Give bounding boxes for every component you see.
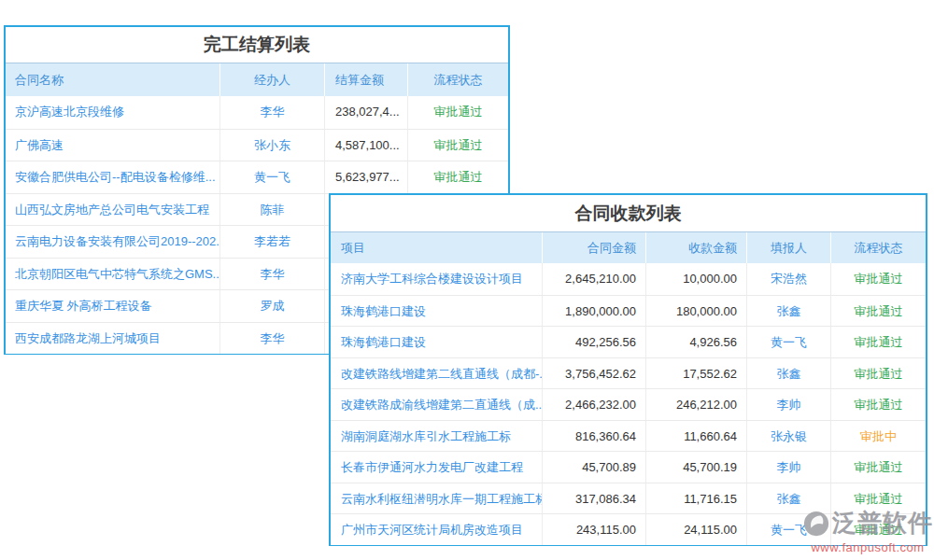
settlement-amount-cell: 238,027,4... — [325, 96, 408, 129]
receipt-list-panel: 合同收款列表 项目合同金额收款金额填报人流程状态 济南大学工科综合楼建设设计项目… — [329, 193, 927, 546]
handler-cell: 李华 — [220, 323, 325, 355]
table-row[interactable]: 京沪高速北京段维修李华238,027,4...审批通过 — [6, 96, 508, 129]
contract-amount-cell: 3,756,452.62 — [543, 358, 646, 389]
reporter-cell: 李帅 — [747, 389, 831, 420]
project-cell[interactable]: 珠海鹤港口建设 — [331, 296, 543, 327]
process-status-cell: 审批通过 — [831, 483, 926, 514]
reporter-cell: 宋浩然 — [747, 263, 831, 295]
column-header-reporter: 填报人 — [747, 232, 831, 263]
process-status-cell: 审批中 — [831, 421, 926, 452]
column-header-process-status: 流程状态 — [831, 232, 926, 263]
process-status-cell: 审批通过 — [831, 358, 926, 389]
contract-name-cell[interactable]: 安徽合肥供电公司--配电设备检修维... — [6, 161, 220, 193]
receipt-amount-cell: 11,716.15 — [646, 483, 747, 514]
process-status-cell: 审批通过 — [831, 452, 926, 483]
receipt-amount-cell: 246,212.00 — [646, 389, 747, 420]
receipt-amount-cell: 45,700.19 — [646, 452, 747, 483]
receipt-list-title: 合同收款列表 — [331, 195, 926, 232]
project-cell[interactable]: 济南大学工科综合楼建设设计项目 — [331, 263, 543, 295]
column-header-contract-name: 合同名称 — [6, 63, 220, 96]
table-row[interactable]: 长春市伊通河水力发电厂改建工程45,700.8945,700.19李帅审批通过 — [331, 451, 926, 483]
process-status-cell: 审批通过 — [408, 161, 508, 193]
reporter-cell: 张鑫 — [747, 296, 831, 327]
settlement-amount-cell: 5,623,977... — [325, 161, 408, 193]
contract-name-cell[interactable]: 重庆华夏 外高桥工程设备 — [6, 290, 220, 322]
process-status-cell: 审批通过 — [831, 389, 926, 420]
reporter-cell: 李帅 — [747, 452, 831, 483]
settlement-list-title: 完工结算列表 — [6, 27, 508, 63]
table-row[interactable]: 珠海鹤港口建设492,256.564,926.56黄一飞审批通过 — [331, 326, 926, 357]
process-status-cell: 审批通过 — [831, 263, 926, 295]
column-header-contract-amount: 合同金额 — [543, 232, 646, 263]
reporter-cell: 黄一飞 — [747, 514, 831, 545]
contract-name-cell[interactable]: 西安成都路龙湖上河城项目 — [6, 323, 220, 355]
contract-amount-cell: 317,086.34 — [543, 483, 646, 514]
table-row[interactable]: 广佛高速张小东4,587,100...审批通过 — [6, 129, 508, 161]
reporter-cell: 张鑫 — [747, 358, 831, 389]
contract-amount-cell: 1,890,000.00 — [543, 296, 646, 327]
receipt-table-header: 项目合同金额收款金额填报人流程状态 — [331, 232, 926, 263]
column-header-project: 项目 — [331, 232, 543, 263]
project-cell[interactable]: 珠海鹤港口建设 — [331, 327, 543, 357]
contract-amount-cell: 243,115.00 — [543, 514, 646, 545]
process-status-cell: 审批通过 — [831, 327, 926, 357]
table-row[interactable]: 安徽合肥供电公司--配电设备检修维...黄一飞5,623,977...审批通过 — [6, 161, 508, 193]
process-status-cell: 审批通过 — [408, 96, 508, 129]
contract-amount-cell: 492,256.56 — [543, 327, 646, 357]
table-row[interactable]: 湖南洞庭湖水库引水工程施工标816,360.6411,660.64张永银审批中 — [331, 420, 926, 452]
receipt-amount-cell: 4,926.56 — [646, 327, 747, 357]
project-cell[interactable]: 改建铁路线增建第二线直通线（成都-... — [331, 358, 543, 389]
receipt-amount-cell: 180,000.00 — [646, 296, 747, 327]
contract-name-cell[interactable]: 广佛高速 — [6, 130, 220, 161]
reporter-cell: 黄一飞 — [747, 327, 831, 357]
receipt-amount-cell: 17,552.62 — [646, 358, 747, 389]
contract-amount-cell: 2,645,210.00 — [543, 263, 646, 295]
process-status-cell: 审批通过 — [831, 514, 926, 545]
reporter-cell: 张鑫 — [747, 483, 831, 514]
contract-name-cell[interactable]: 京沪高速北京段维修 — [6, 96, 220, 129]
table-row[interactable]: 珠海鹤港口建设1,890,000.00180,000.00张鑫审批通过 — [331, 295, 926, 327]
table-row[interactable]: 广州市天河区统计局机房改造项目243,115.0024,115.00黄一飞审批通… — [331, 513, 926, 545]
contract-amount-cell: 816,360.64 — [543, 421, 646, 452]
receipt-amount-cell: 10,000.00 — [646, 263, 747, 295]
reporter-cell: 张永银 — [747, 421, 831, 452]
receipt-amount-cell: 24,115.00 — [646, 514, 747, 545]
table-row[interactable]: 改建铁路成渝线增建第二直通线（成...2,466,232.00246,212.0… — [331, 388, 926, 420]
project-cell[interactable]: 云南水利枢纽潜明水库一期工程施工标 — [331, 483, 543, 514]
handler-cell: 罗成 — [220, 290, 325, 322]
contract-amount-cell: 45,700.89 — [543, 452, 646, 483]
process-status-cell: 审批通过 — [831, 296, 926, 327]
handler-cell: 李若若 — [220, 226, 325, 258]
contract-name-cell[interactable]: 山西弘文房地产总公司电气安装工程 — [6, 194, 220, 226]
table-row[interactable]: 云南水利枢纽潜明水库一期工程施工标317,086.3411,716.15张鑫审批… — [331, 483, 926, 514]
table-row[interactable]: 改建铁路线增建第二线直通线（成都-...3,756,452.6217,552.6… — [331, 357, 926, 389]
project-cell[interactable]: 湖南洞庭湖水库引水工程施工标 — [331, 421, 543, 452]
contract-name-cell[interactable]: 北京朝阳区电气中芯特气系统之GMS... — [6, 259, 220, 290]
handler-cell: 黄一飞 — [220, 161, 325, 193]
process-status-cell: 审批通过 — [408, 130, 508, 161]
column-header-handler: 经办人 — [220, 63, 325, 96]
project-cell[interactable]: 广州市天河区统计局机房改造项目 — [331, 514, 543, 545]
receipt-amount-cell: 11,660.64 — [646, 421, 747, 452]
column-header-receipt-amount: 收款金额 — [646, 232, 747, 263]
handler-cell: 陈菲 — [220, 194, 325, 226]
handler-cell: 李华 — [220, 96, 325, 129]
receipt-table-body: 济南大学工科综合楼建设设计项目2,645,210.0010,000.00宋浩然审… — [331, 263, 926, 545]
contract-amount-cell: 2,466,232.00 — [543, 389, 646, 420]
handler-cell: 李华 — [220, 259, 325, 290]
handler-cell: 张小东 — [220, 130, 325, 161]
column-header-settlement-amount: 结算金额 — [325, 63, 408, 96]
project-cell[interactable]: 改建铁路成渝线增建第二直通线（成... — [331, 389, 543, 420]
settlement-table-header: 合同名称经办人结算金额流程状态 — [6, 63, 508, 96]
contract-name-cell[interactable]: 云南电力设备安装有限公司2019--202... — [6, 226, 220, 258]
settlement-amount-cell: 4,587,100... — [325, 130, 408, 161]
column-header-process-status: 流程状态 — [408, 63, 508, 96]
project-cell[interactable]: 长春市伊通河水力发电厂改建工程 — [331, 452, 543, 483]
table-row[interactable]: 济南大学工科综合楼建设设计项目2,645,210.0010,000.00宋浩然审… — [331, 263, 926, 295]
